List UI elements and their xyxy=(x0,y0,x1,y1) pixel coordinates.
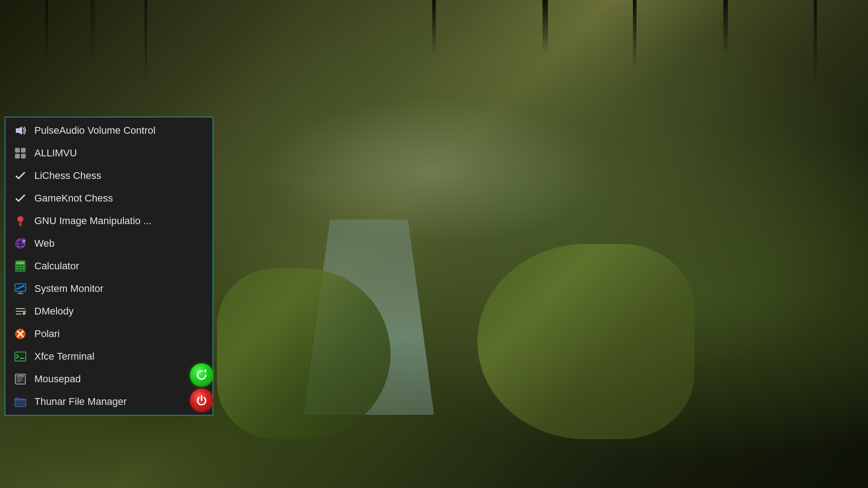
context-menu: PulseAudio Volume Control ALLIMVU LiChes… xyxy=(5,117,213,416)
menu-label-lichess: LiChess Chess xyxy=(34,170,101,182)
svg-rect-19 xyxy=(16,266,18,267)
svg-rect-2 xyxy=(15,148,19,152)
svg-rect-18 xyxy=(16,262,24,264)
svg-rect-21 xyxy=(23,266,24,267)
menu-label-terminal: Xfce Terminal xyxy=(34,351,94,362)
svg-rect-41 xyxy=(17,377,24,378)
menu-label-sysmonitor: System Monitor xyxy=(34,283,104,295)
menu-item-polari[interactable]: Polari xyxy=(5,323,212,345)
ground-left-visual xyxy=(217,268,391,439)
menu-item-sysmonitor[interactable]: System Monitor xyxy=(5,277,212,300)
mousepad-icon xyxy=(13,371,28,387)
menu-item-mousepad[interactable]: Mousepad xyxy=(5,368,212,390)
menu-label-polari: Polari xyxy=(34,328,60,340)
svg-rect-45 xyxy=(15,399,26,407)
svg-marker-46 xyxy=(204,369,206,373)
menu-item-gimp[interactable]: GNU Image Manipulatio ... xyxy=(5,210,212,232)
menu-label-gimp: GNU Image Manipulatio ... xyxy=(34,215,151,227)
svg-rect-37 xyxy=(15,352,26,361)
svg-rect-23 xyxy=(19,268,21,269)
svg-rect-4 xyxy=(15,154,19,158)
ground-right-visual xyxy=(477,244,694,439)
restart-button[interactable] xyxy=(190,363,213,387)
menu-label-pulseaudio: PulseAudio Volume Control xyxy=(34,125,156,136)
svg-rect-5 xyxy=(21,154,25,158)
action-buttons-container xyxy=(190,363,213,412)
lichess-icon xyxy=(13,168,28,183)
menu-item-dmelody[interactable]: DMelody xyxy=(5,300,212,323)
terminal-icon xyxy=(13,349,28,364)
svg-rect-22 xyxy=(16,268,18,269)
menu-item-thunar[interactable]: Thunar File Manager xyxy=(5,390,212,413)
svg-rect-42 xyxy=(17,379,22,380)
power-button[interactable] xyxy=(190,389,213,412)
gameknot-icon xyxy=(13,191,28,206)
menu-label-gameknot: GameKnot Chess xyxy=(34,192,113,204)
svg-rect-3 xyxy=(21,148,25,152)
menu-label-web: Web xyxy=(34,238,55,249)
restart-icon xyxy=(195,369,208,381)
menu-item-pulseaudio[interactable]: PulseAudio Volume Control xyxy=(5,119,212,142)
svg-rect-20 xyxy=(19,266,21,267)
menu-item-gameknot[interactable]: GameKnot Chess xyxy=(5,187,212,210)
dmelody-icon xyxy=(13,304,28,319)
svg-marker-1 xyxy=(19,127,22,135)
menu-label-calculator: Calculator xyxy=(34,260,79,272)
menu-label-dmelody: DMelody xyxy=(34,305,74,317)
menu-label-allimvu: ALLIMVU xyxy=(34,147,77,159)
svg-text:@: @ xyxy=(23,239,26,243)
menu-item-terminal[interactable]: Xfce Terminal xyxy=(5,345,212,368)
svg-rect-40 xyxy=(17,375,24,376)
menu-item-lichess[interactable]: LiChess Chess xyxy=(5,164,212,187)
web-icon: @ xyxy=(13,236,28,251)
calculator-icon xyxy=(13,258,28,274)
volume-icon xyxy=(13,123,28,138)
svg-rect-0 xyxy=(16,128,19,133)
thunar-icon xyxy=(13,394,28,409)
gimp-icon xyxy=(13,213,28,229)
svg-rect-44 xyxy=(17,381,20,382)
svg-rect-24 xyxy=(23,268,24,269)
mist-visual xyxy=(260,98,608,244)
allimvu-icon xyxy=(13,145,28,161)
power-icon xyxy=(195,394,208,407)
menu-item-allimvu[interactable]: ALLIMVU xyxy=(5,142,212,164)
polari-icon xyxy=(13,326,28,342)
menu-item-calculator[interactable]: Calculator xyxy=(5,255,212,277)
sysmonitor-icon xyxy=(13,281,28,296)
menu-label-mousepad: Mousepad xyxy=(34,373,81,385)
svg-rect-28 xyxy=(17,293,24,294)
svg-point-32 xyxy=(23,312,25,315)
svg-rect-43 xyxy=(17,380,23,381)
menu-item-web[interactable]: @ Web xyxy=(5,232,212,255)
menu-label-thunar: Thunar File Manager xyxy=(34,396,127,408)
svg-rect-9 xyxy=(19,223,22,226)
